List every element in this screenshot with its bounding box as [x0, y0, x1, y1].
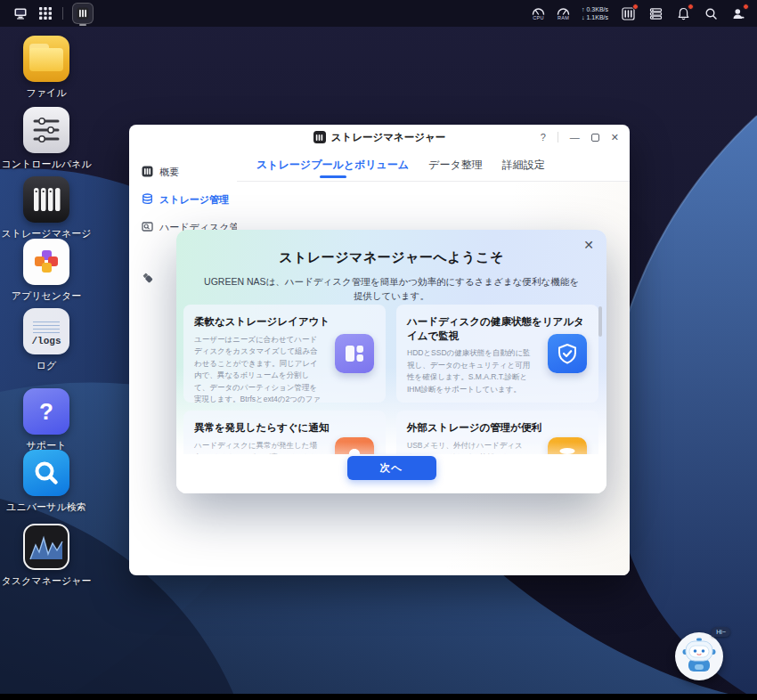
screen-bottom-strip: [0, 694, 757, 700]
user-account-icon[interactable]: [730, 5, 746, 21]
card-title: 柔軟なストレージレイアウト: [194, 315, 375, 330]
universal-search-icon: [23, 450, 69, 496]
desktop-icon-task-manager[interactable]: タスクマネージャー: [12, 524, 80, 588]
controls-separator: [558, 132, 558, 142]
ram-gauge-label: RAM: [558, 16, 569, 21]
sidebar-item-overview[interactable]: 概要: [129, 159, 237, 186]
desktop-icon-label: ログ: [0, 360, 93, 372]
question-glyph: ?: [39, 398, 53, 426]
cpu-gauge-icon[interactable]: CPU: [532, 6, 545, 21]
desktop-icon-label: タスクマネージャー: [0, 575, 93, 588]
desktop-icon-logs[interactable]: /logs ログ: [12, 308, 80, 372]
cpu-gauge-label: CPU: [533, 16, 544, 21]
notifications-bell-icon[interactable]: [675, 5, 691, 21]
tab-advanced-settings[interactable]: 詳細設定: [502, 158, 545, 181]
running-app-storage-manager-icon[interactable]: [72, 3, 94, 24]
assistant-widget[interactable]: Hi~: [675, 629, 729, 682]
dialog-subtitle: UGREEN NASは、ハードディスク管理を簡単かつ効率的にするさまざまな便利な…: [200, 274, 583, 304]
control-panel-icon: [23, 107, 69, 153]
sidebar-item-label: ストレージ管理: [159, 193, 229, 207]
feature-card-health-monitor: ハードディスクの健康状態をリアルタイムで監視 HDDとSSDの健康状態を自動的に…: [396, 305, 598, 403]
notifications-badge: [688, 4, 694, 10]
logs-icon: /logs: [23, 308, 69, 354]
shield-check-icon: [548, 334, 587, 373]
sidebar-item-storage-management[interactable]: ストレージ管理: [129, 186, 237, 214]
logs-path-text: /logs: [31, 336, 61, 346]
close-button[interactable]: ✕: [611, 133, 619, 142]
desktop-icon-app-center[interactable]: アプリセンター: [12, 239, 80, 303]
dialog-scrollbar-thumb[interactable]: [598, 306, 602, 337]
tab-data-organization[interactable]: データ整理: [428, 158, 483, 181]
storage-alert-badge: [632, 4, 639, 10]
usb-drive-icon: [142, 272, 154, 286]
help-button[interactable]: ?: [541, 133, 546, 142]
assistant-mascot-icon[interactable]: [675, 632, 723, 680]
layout-icon: [335, 334, 374, 373]
logs-lines-decoration: [33, 322, 60, 334]
desktop-icon-files[interactable]: ファイル: [12, 36, 80, 100]
card-title: 外部ストレージの管理が便利: [407, 421, 588, 435]
minimize-button[interactable]: —: [570, 133, 580, 142]
dialog-footer: 次へ: [176, 442, 606, 493]
assistant-speech-bubble: Hi~: [712, 627, 730, 637]
storage-manager-icon: [23, 176, 69, 223]
user-badge: [743, 4, 749, 10]
ram-gauge-icon[interactable]: RAM: [557, 6, 570, 21]
download-speed: ↓ 1.1KB/s: [582, 13, 608, 21]
welcome-dialog: ✕ ストレージマネージャーへようこそ UGREEN NASは、ハードディスク管理…: [176, 230, 606, 493]
desktop-icon-universal-search[interactable]: ユニバーサル検索: [12, 450, 80, 514]
app-launcher-grid-icon[interactable]: [37, 5, 53, 21]
folder-icon: [23, 36, 69, 82]
support-question-icon: ?: [23, 388, 69, 435]
feature-cards-grid: 柔軟なストレージレイアウト ユーザーはニーズに合わせてハードディスクをカスタマイ…: [183, 305, 598, 454]
dialog-title: ストレージマネージャーへようこそ: [176, 249, 606, 266]
maximize-button[interactable]: [591, 134, 599, 142]
task-manager-icon: [23, 524, 69, 570]
top-menubar: CPU RAM ↑ 0.3KB/s ↓ 1.1KB/s: [0, 0, 757, 27]
desktop-icon-label: コントロールパネル: [0, 159, 93, 171]
server-stack-icon[interactable]: [647, 5, 663, 21]
sidebar-item-label: 概要: [159, 166, 179, 179]
next-button[interactable]: 次へ: [347, 456, 436, 480]
show-desktop-icon[interactable]: [12, 5, 28, 21]
dialog-close-icon[interactable]: ✕: [583, 239, 594, 251]
overview-icon: [142, 166, 153, 179]
desktop-icon-control-panel[interactable]: コントロールパネル: [12, 107, 80, 171]
database-stack-icon: [142, 193, 153, 207]
taskbar-separator: [62, 7, 63, 20]
app-center-icon: [23, 239, 69, 285]
tab-bar: ストレージプールとボリューム データ整理 詳細設定: [237, 150, 630, 182]
upload-speed: ↑ 0.3KB/s: [582, 5, 608, 13]
network-speed-indicator[interactable]: ↑ 0.3KB/s ↓ 1.1KB/s: [582, 5, 608, 21]
storage-status-icon[interactable]: [620, 5, 636, 21]
card-title: 異常を発見したらすぐに通知: [194, 421, 375, 435]
desktop-icon-label: ファイル: [0, 87, 93, 100]
feature-card-flexible-layout: 柔軟なストレージレイアウト ユーザーはニーズに合わせてハードディスクをカスタマイ…: [183, 305, 386, 403]
search-icon[interactable]: [703, 5, 719, 21]
window-app-icon: [313, 131, 326, 143]
window-titlebar[interactable]: ストレージマネージャー ? — ✕: [129, 125, 630, 150]
desktop-icon-support[interactable]: ? サポート: [12, 388, 80, 452]
hard-disk-icon: [142, 221, 153, 234]
desktop-icon-label: アプリセンター: [0, 290, 93, 303]
window-title: ストレージマネージャー: [331, 131, 446, 144]
desktop-icon-label: ユニバーサル検索: [0, 501, 93, 514]
tab-storage-pools-volumes[interactable]: ストレージプールとボリューム: [256, 158, 409, 181]
